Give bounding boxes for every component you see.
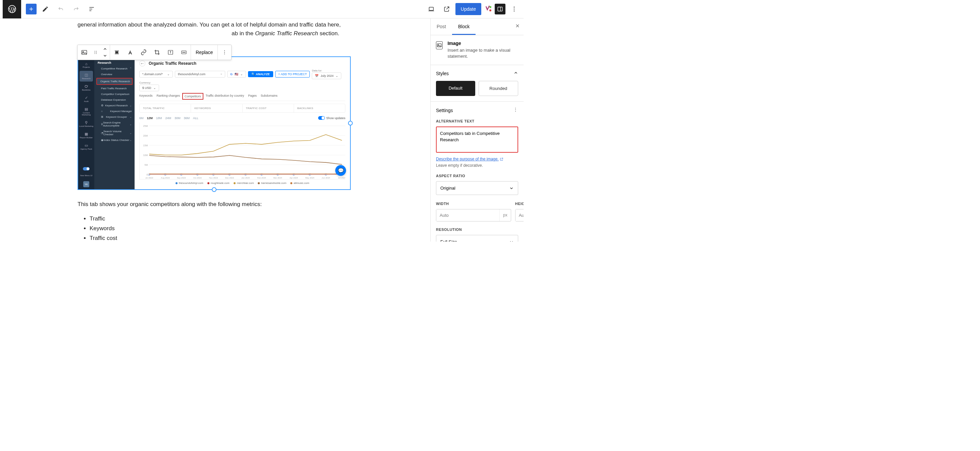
back-button[interactable]: ← bbox=[139, 60, 145, 67]
describe-image-link[interactable]: Describe the purpose of the image. bbox=[436, 157, 503, 161]
tab-traffic-dist[interactable]: Traffic distribution by country bbox=[206, 94, 244, 98]
duotone-button[interactable] bbox=[177, 45, 191, 60]
subnav-db-expansion[interactable]: Database Expansion bbox=[94, 97, 135, 103]
add-block-button[interactable] bbox=[26, 4, 37, 14]
nav-report[interactable]: ▦Report Builder bbox=[78, 130, 94, 141]
metric-traffic[interactable]: TOTAL TRAFFIC bbox=[140, 104, 191, 113]
subnav-paid-traffic[interactable]: Paid Traffic Research bbox=[94, 86, 135, 91]
chat-widget[interactable]: 💬 bbox=[335, 165, 346, 176]
close-sidebar-button[interactable] bbox=[515, 23, 520, 30]
crop-button[interactable] bbox=[150, 45, 164, 60]
nav-backlinks[interactable]: ℺Backlinks bbox=[78, 82, 94, 93]
preview-button[interactable] bbox=[440, 2, 453, 16]
nav-content[interactable]: ▤Content Marketing bbox=[78, 105, 94, 118]
menu-ui-toggle[interactable] bbox=[81, 166, 91, 172]
tab-keywords[interactable]: Keywords bbox=[139, 94, 153, 98]
undo-button[interactable] bbox=[54, 2, 67, 16]
legend-item[interactable]: allmusic.com bbox=[290, 181, 309, 184]
editor-canvas[interactable]: general information about the analyzed d… bbox=[0, 19, 430, 241]
date-select[interactable]: 📅July 2024⌄ bbox=[312, 73, 341, 79]
tab-block[interactable]: Block bbox=[452, 19, 476, 35]
nav-projects[interactable]: ⌂Projects bbox=[78, 60, 94, 70]
locale-select[interactable]: G🇺🇸⌄ bbox=[227, 71, 246, 78]
subnav-volume-checker[interactable]: ◔ Search Volume Checker⌄ bbox=[94, 129, 135, 137]
aspect-ratio-select[interactable]: Original bbox=[436, 181, 518, 195]
redo-button[interactable] bbox=[70, 2, 83, 16]
domain-pattern-input[interactable]: *.domain.com/*⌄ bbox=[139, 71, 173, 78]
style-default-button[interactable]: Default bbox=[436, 81, 475, 96]
subnav-overview[interactable]: Overview bbox=[94, 71, 135, 77]
settings-panel-toggle[interactable] bbox=[495, 4, 506, 14]
tab-post[interactable]: Post bbox=[431, 19, 452, 35]
yoast-indicator[interactable] bbox=[483, 4, 493, 14]
legend-item[interactable]: roughtrade.com bbox=[207, 181, 229, 184]
resolution-select[interactable]: Full Size bbox=[436, 235, 518, 241]
image-block-selected[interactable]: ⌂Projects ◫Research ℺Backlinks ✓Audit ▤C… bbox=[78, 56, 351, 190]
resize-handle-right[interactable] bbox=[348, 121, 353, 125]
replace-button[interactable]: Replace bbox=[191, 50, 218, 55]
move-down-button[interactable] bbox=[103, 52, 107, 59]
nav-research[interactable]: ◫Research bbox=[80, 71, 93, 81]
currency-select[interactable]: $ USD⌄ bbox=[139, 84, 159, 91]
height-input[interactable] bbox=[515, 210, 523, 221]
collapse-styles[interactable] bbox=[514, 70, 518, 76]
resize-handle-bottom[interactable] bbox=[212, 187, 216, 192]
style-rounded-button[interactable]: Rounded bbox=[479, 81, 519, 96]
subnav-autocomplete[interactable]: ⚲ Search Engine Autocomplete⌄ bbox=[94, 120, 135, 129]
range-all[interactable]: ALL bbox=[193, 116, 198, 120]
metric-backlinks[interactable]: BACKLINKS bbox=[294, 104, 345, 113]
subnav-competitive-research[interactable]: Competitive Research⌃ bbox=[94, 66, 135, 71]
link-button[interactable] bbox=[137, 45, 150, 60]
width-input[interactable] bbox=[436, 210, 500, 221]
update-button[interactable]: Update bbox=[455, 3, 481, 15]
tools-button[interactable] bbox=[38, 2, 52, 16]
range-24m[interactable]: 24M bbox=[165, 116, 172, 120]
subnav-keyword-research[interactable]: ⚙ Keyword Research⌄ bbox=[94, 103, 135, 108]
range-18m[interactable]: 18M bbox=[156, 116, 162, 120]
alt-text-input[interactable] bbox=[436, 127, 518, 153]
legend-item[interactable]: merchbar.com bbox=[234, 181, 254, 184]
subnav-keyword-manager[interactable]: ○ Keyword Manager bbox=[94, 108, 135, 114]
nav-local[interactable]: ⚲Local Marketing bbox=[78, 119, 94, 129]
metric-keywords[interactable]: KEYWORDS bbox=[191, 104, 242, 113]
move-up-button[interactable] bbox=[103, 46, 107, 52]
show-updates-toggle[interactable]: Show updates bbox=[318, 116, 345, 120]
legend-item[interactable]: thesoundofvinyl.com bbox=[175, 181, 204, 184]
drag-handle[interactable] bbox=[91, 45, 100, 60]
legend-item[interactable]: barnesandnoble.com bbox=[258, 181, 286, 184]
range-12m[interactable]: 12M bbox=[147, 116, 153, 120]
width-unit[interactable]: px bbox=[500, 210, 511, 221]
nav-agency[interactable]: ▭Agency Pack bbox=[78, 141, 94, 152]
wordpress-logo[interactable] bbox=[3, 0, 21, 19]
range-30m[interactable]: 30M bbox=[175, 116, 181, 120]
align-button[interactable] bbox=[110, 45, 124, 60]
subnav-organic-traffic[interactable]: Organic Traffic Research bbox=[96, 78, 132, 85]
tab-pages[interactable]: Pages bbox=[248, 94, 257, 98]
target-domain-input[interactable]: thesoundofvinyl.com× bbox=[175, 71, 225, 78]
block-options-button[interactable] bbox=[218, 45, 231, 60]
settings-options-button[interactable] bbox=[513, 107, 518, 114]
view-button[interactable] bbox=[425, 2, 438, 16]
subnav-index-status[interactable]: ◉ Index Status Checker⌄ bbox=[94, 137, 135, 143]
analyze-button[interactable]: 🔍 ANALYZE bbox=[248, 71, 273, 77]
tab-subdomains[interactable]: Subdomains bbox=[261, 94, 278, 98]
add-to-project-button[interactable]: + ADD TO PROJECT bbox=[275, 71, 310, 78]
range-36m[interactable]: 36M bbox=[184, 116, 190, 120]
tab-competitors[interactable]: Competitors bbox=[182, 93, 204, 100]
metrics-list[interactable]: Traffic Keywords Traffic cost Backlinks bbox=[78, 214, 353, 242]
paragraph[interactable]: general information about the analyzed d… bbox=[78, 21, 353, 38]
options-button[interactable] bbox=[508, 2, 521, 16]
subnav-keyword-grouper[interactable]: ⊞ Keyword Grouper⌄ bbox=[94, 114, 135, 120]
document-overview-button[interactable] bbox=[85, 2, 98, 16]
caption-button[interactable] bbox=[124, 45, 137, 60]
subnav-competitor-comp[interactable]: Competitor Comparison bbox=[94, 91, 135, 97]
metric-cost[interactable]: TRAFFIC COST bbox=[243, 104, 294, 113]
paragraph-2[interactable]: This tab shows your organic competitors … bbox=[78, 200, 353, 209]
tab-ranking[interactable]: Ranking changes bbox=[157, 94, 180, 98]
block-type-button[interactable] bbox=[78, 45, 91, 60]
close-icon[interactable]: × bbox=[221, 73, 222, 76]
range-6m[interactable]: 6M bbox=[139, 116, 144, 120]
text-overlay-button[interactable] bbox=[164, 45, 177, 60]
user-avatar[interactable]: YK bbox=[83, 181, 89, 187]
nav-audit[interactable]: ✓Audit bbox=[78, 94, 94, 104]
